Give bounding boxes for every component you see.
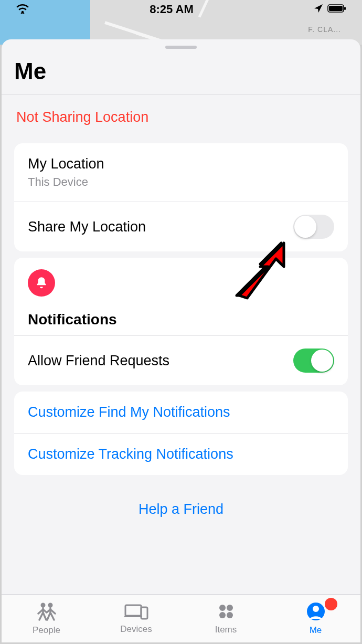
customize-tracking-row[interactable]: Customize Tracking Notifications — [14, 433, 348, 475]
svg-rect-2 — [329, 6, 343, 11]
my-location-label: My Location — [28, 156, 104, 172]
share-my-location-label: Share My Location — [28, 219, 146, 235]
svg-point-14 — [313, 606, 319, 612]
tab-me-badge — [325, 598, 337, 610]
tab-bar: People Devices Items Me — [2, 594, 360, 642]
status-time: 8:25 AM — [150, 3, 194, 16]
page-title: Me — [2, 49, 360, 94]
svg-rect-6 — [125, 605, 141, 616]
tab-me[interactable]: Me — [271, 595, 360, 642]
svg-rect-3 — [344, 7, 346, 10]
svg-point-11 — [219, 612, 226, 618]
people-icon — [36, 602, 57, 623]
svg-point-0 — [22, 11, 24, 13]
allow-friend-requests-label: Allow Friend Requests — [28, 353, 169, 369]
share-my-location-row: Share My Location — [14, 202, 348, 251]
battery-icon — [327, 4, 346, 15]
allow-friend-requests-row: Allow Friend Requests — [14, 336, 348, 385]
tab-devices[interactable]: Devices — [91, 595, 181, 642]
customize-tracking-link: Customize Tracking Notifications — [28, 446, 233, 462]
location-card: My Location This Device Share My Locatio… — [14, 143, 348, 251]
tab-items[interactable]: Items — [181, 595, 271, 642]
svg-point-5 — [48, 603, 52, 607]
me-sheet: Me Not Sharing Location My Location This… — [2, 39, 360, 594]
allow-friend-requests-toggle[interactable] — [293, 349, 334, 373]
svg-point-9 — [219, 605, 226, 611]
customize-findmy-link: Customize Find My Notifications — [28, 404, 230, 420]
tab-items-label: Items — [215, 625, 237, 635]
svg-point-4 — [40, 603, 45, 607]
tab-devices-label: Devices — [120, 624, 152, 635]
tab-people-label: People — [33, 625, 60, 636]
devices-icon — [124, 603, 148, 622]
me-icon — [306, 602, 325, 623]
location-arrow-icon — [314, 4, 323, 15]
notifications-heading: Notifications — [28, 311, 334, 328]
help-a-friend-link[interactable]: Help a Friend — [2, 481, 360, 524]
notifications-card: Notifications Allow Friend Requests — [14, 258, 348, 385]
items-icon — [217, 603, 235, 622]
tab-me-label: Me — [310, 625, 322, 636]
customize-card: Customize Find My Notifications Customiz… — [14, 392, 348, 475]
tab-people[interactable]: People — [2, 595, 91, 642]
my-location-value: This Device — [28, 175, 104, 189]
sharing-status: Not Sharing Location — [2, 94, 360, 137]
svg-point-10 — [227, 605, 233, 611]
my-location-row[interactable]: My Location This Device — [14, 143, 348, 202]
svg-rect-7 — [124, 616, 142, 617]
svg-point-12 — [227, 612, 233, 618]
wifi-icon — [16, 3, 29, 16]
customize-findmy-row[interactable]: Customize Find My Notifications — [14, 392, 348, 433]
bell-icon — [28, 269, 55, 297]
share-my-location-toggle[interactable] — [293, 215, 334, 239]
status-bar: 8:25 AM — [0, 0, 362, 19]
